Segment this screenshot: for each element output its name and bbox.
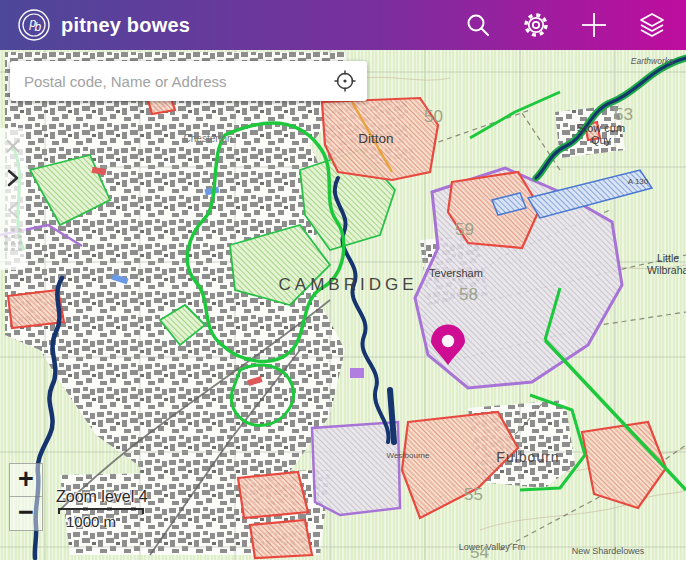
add-plus-icon[interactable] — [580, 11, 608, 39]
label-wilbraham-1: Little — [657, 252, 679, 264]
grid-number: 55 — [464, 485, 483, 504]
search-icon[interactable] — [464, 11, 492, 39]
label-ditton: Ditton — [358, 131, 393, 146]
label-fulbourn: Fulbourn — [496, 449, 559, 465]
label-chesterton: Chesterton — [184, 133, 233, 144]
layers-icon[interactable] — [638, 11, 666, 39]
grid-number: 54 — [470, 543, 489, 560]
chevron-right-icon[interactable] — [1, 166, 25, 190]
brand-name: pitney bowes — [61, 14, 190, 37]
drag-dots-icon[interactable] — [4, 228, 22, 251]
svg-text:b: b — [35, 20, 42, 34]
label-earthworks: Earthworks — [631, 56, 674, 66]
zoom-controls: + − — [9, 463, 43, 531]
app-header: p b pitney bowes — [0, 0, 686, 50]
grid-number: 53 — [614, 105, 633, 124]
grid-number: 59 — [455, 220, 474, 239]
search-bar — [10, 61, 367, 101]
app-window: CAMBRIDGE Ditton Stow cum Quy Teversham … — [0, 0, 686, 567]
scale-bar-tick — [58, 508, 60, 514]
label-lower-valley: Lower Valley Fm — [459, 542, 525, 552]
settings-gear-icon[interactable] — [522, 11, 550, 39]
grid-number: 50 — [424, 107, 443, 126]
map-canvas[interactable]: CAMBRIDGE Ditton Stow cum Quy Teversham … — [0, 50, 686, 560]
grid-number: 58 — [459, 285, 478, 304]
chevron-left-icon[interactable] — [1, 198, 25, 222]
label-road: A 130 — [628, 177, 649, 186]
label-teversham: Teversham — [429, 267, 483, 279]
label-cambridge: CAMBRIDGE — [279, 275, 418, 294]
label-westbourne: Westbourne — [387, 451, 431, 460]
scale-bar-line — [58, 508, 144, 510]
search-input[interactable] — [10, 73, 333, 90]
scale-bar-tick — [142, 508, 144, 514]
brand-logo: p b — [16, 7, 52, 43]
close-icon[interactable] — [1, 134, 25, 158]
label-wilbraham-2: Wilbraham — [647, 264, 686, 276]
label-new-shardelowes: New Shardelowes — [572, 546, 645, 556]
pitney-bowes-logo-icon: p b — [16, 7, 52, 43]
side-panel-strip — [0, 128, 26, 270]
zoom-level-label: Zoom level 4 — [56, 488, 148, 506]
zoom-out-button[interactable]: − — [9, 497, 43, 531]
zoom-in-button[interactable]: + — [9, 463, 43, 497]
label-stow-2: Quy — [591, 134, 612, 146]
crosshair-locate-icon[interactable] — [333, 69, 357, 93]
scale-label: 1000 m — [66, 513, 116, 530]
